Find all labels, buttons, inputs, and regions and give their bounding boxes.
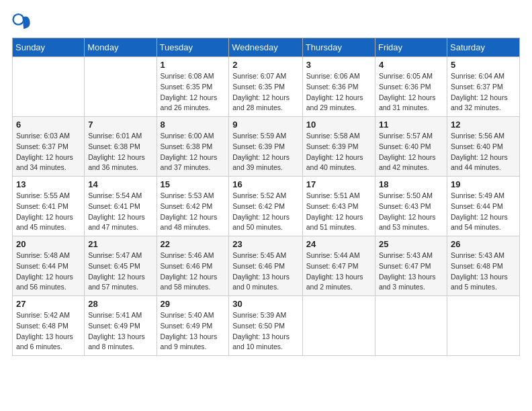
day-cell: 27Sunrise: 5:42 AMSunset: 6:48 PMDayligh… [13,296,85,356]
col-header-wednesday: Wednesday [229,38,303,57]
day-cell [302,296,375,356]
day-cell [13,57,85,117]
day-cell: 2Sunrise: 6:07 AMSunset: 6:35 PMDaylight… [229,57,303,117]
day-detail: Sunrise: 5:40 AMSunset: 6:49 PMDaylight:… [161,310,226,353]
day-number: 29 [161,299,226,309]
calendar-table: SundayMondayTuesdayWednesdayThursdayFrid… [12,38,520,356]
day-number: 19 [451,179,516,189]
day-cell [375,296,447,356]
day-cell: 3Sunrise: 6:06 AMSunset: 6:36 PMDaylight… [302,57,375,117]
day-cell: 6Sunrise: 6:03 AMSunset: 6:37 PMDaylight… [13,117,85,177]
day-cell: 25Sunrise: 5:43 AMSunset: 6:47 PMDayligh… [375,236,447,296]
day-detail: Sunrise: 5:58 AMSunset: 6:39 PMDaylight:… [306,131,371,173]
day-number: 9 [232,120,299,130]
day-detail: Sunrise: 5:57 AMSunset: 6:40 PMDaylight:… [379,131,443,173]
day-number: 11 [379,120,443,130]
day-number: 8 [161,120,226,130]
day-cell: 1Sunrise: 6:08 AMSunset: 6:35 PMDaylight… [157,57,229,117]
day-cell: 21Sunrise: 5:47 AMSunset: 6:45 PMDayligh… [85,236,157,296]
day-detail: Sunrise: 6:05 AMSunset: 6:36 PMDaylight:… [379,71,443,113]
day-detail: Sunrise: 6:01 AMSunset: 6:38 PMDaylight:… [88,131,152,173]
day-number: 5 [451,60,516,70]
day-detail: Sunrise: 5:55 AMSunset: 6:41 PMDaylight:… [16,191,81,233]
day-detail: Sunrise: 5:49 AMSunset: 6:44 PMDaylight:… [451,191,516,233]
day-cell: 12Sunrise: 5:56 AMSunset: 6:40 PMDayligh… [447,117,520,177]
header [12,12,520,31]
day-detail: Sunrise: 5:45 AMSunset: 6:46 PMDaylight:… [232,250,299,293]
day-number: 27 [16,299,81,309]
day-detail: Sunrise: 6:04 AMSunset: 6:37 PMDaylight:… [451,71,516,113]
day-number: 17 [306,179,371,189]
day-number: 25 [379,239,443,249]
day-detail: Sunrise: 6:06 AMSunset: 6:36 PMDaylight:… [306,71,371,113]
logo-icon [12,12,31,31]
day-number: 21 [88,239,152,249]
day-detail: Sunrise: 6:03 AMSunset: 6:37 PMDaylight:… [16,131,81,173]
day-cell: 16Sunrise: 5:52 AMSunset: 6:42 PMDayligh… [229,177,303,236]
day-cell: 18Sunrise: 5:50 AMSunset: 6:43 PMDayligh… [375,177,447,236]
day-cell: 15Sunrise: 5:53 AMSunset: 6:42 PMDayligh… [157,177,229,236]
day-number: 23 [232,239,299,249]
day-detail: Sunrise: 5:56 AMSunset: 6:40 PMDaylight:… [451,131,516,173]
day-detail: Sunrise: 5:59 AMSunset: 6:39 PMDaylight:… [232,131,299,173]
day-number: 4 [379,60,443,70]
day-cell: 11Sunrise: 5:57 AMSunset: 6:40 PMDayligh… [375,117,447,177]
day-number: 14 [88,179,152,189]
day-number: 30 [232,299,299,309]
day-cell: 9Sunrise: 5:59 AMSunset: 6:39 PMDaylight… [229,117,303,177]
col-header-saturday: Saturday [447,38,520,57]
page: SundayMondayTuesdayWednesdayThursdayFrid… [0,0,532,411]
day-detail: Sunrise: 5:50 AMSunset: 6:43 PMDaylight:… [379,191,443,233]
col-header-tuesday: Tuesday [157,38,229,57]
day-detail: Sunrise: 5:43 AMSunset: 6:48 PMDaylight:… [451,250,516,293]
day-number: 3 [306,60,371,70]
day-detail: Sunrise: 5:54 AMSunset: 6:41 PMDaylight:… [88,191,152,233]
header-row: SundayMondayTuesdayWednesdayThursdayFrid… [13,38,520,57]
day-cell: 28Sunrise: 5:41 AMSunset: 6:49 PMDayligh… [85,296,157,356]
day-detail: Sunrise: 5:43 AMSunset: 6:47 PMDaylight:… [379,250,443,293]
day-detail: Sunrise: 5:48 AMSunset: 6:44 PMDaylight:… [16,250,81,293]
day-number: 16 [232,179,299,189]
day-cell: 20Sunrise: 5:48 AMSunset: 6:44 PMDayligh… [13,236,85,296]
day-number: 1 [161,60,226,70]
day-detail: Sunrise: 5:51 AMSunset: 6:43 PMDaylight:… [306,191,371,233]
day-cell: 30Sunrise: 5:39 AMSunset: 6:50 PMDayligh… [229,296,303,356]
day-cell: 10Sunrise: 5:58 AMSunset: 6:39 PMDayligh… [302,117,375,177]
day-cell: 29Sunrise: 5:40 AMSunset: 6:49 PMDayligh… [157,296,229,356]
day-number: 13 [16,179,81,189]
day-cell: 5Sunrise: 6:04 AMSunset: 6:37 PMDaylight… [447,57,520,117]
day-detail: Sunrise: 5:46 AMSunset: 6:46 PMDaylight:… [161,250,226,293]
day-number: 6 [16,120,81,130]
day-detail: Sunrise: 5:39 AMSunset: 6:50 PMDaylight:… [232,310,299,353]
day-cell: 26Sunrise: 5:43 AMSunset: 6:48 PMDayligh… [447,236,520,296]
col-header-friday: Friday [375,38,447,57]
week-row: 27Sunrise: 5:42 AMSunset: 6:48 PMDayligh… [13,296,520,356]
day-detail: Sunrise: 5:52 AMSunset: 6:42 PMDaylight:… [232,191,299,233]
day-number: 7 [88,120,152,130]
day-detail: Sunrise: 5:41 AMSunset: 6:49 PMDaylight:… [88,310,152,353]
day-detail: Sunrise: 5:42 AMSunset: 6:48 PMDaylight:… [16,310,81,353]
day-detail: Sunrise: 5:44 AMSunset: 6:47 PMDaylight:… [306,250,371,293]
day-cell [447,296,520,356]
day-number: 18 [379,179,443,189]
day-cell: 7Sunrise: 6:01 AMSunset: 6:38 PMDaylight… [85,117,157,177]
col-header-thursday: Thursday [302,38,375,57]
day-detail: Sunrise: 6:08 AMSunset: 6:35 PMDaylight:… [161,71,226,113]
day-cell: 14Sunrise: 5:54 AMSunset: 6:41 PMDayligh… [85,177,157,236]
day-cell: 8Sunrise: 6:00 AMSunset: 6:38 PMDaylight… [157,117,229,177]
day-cell: 24Sunrise: 5:44 AMSunset: 6:47 PMDayligh… [302,236,375,296]
col-header-monday: Monday [85,38,157,57]
day-cell: 23Sunrise: 5:45 AMSunset: 6:46 PMDayligh… [229,236,303,296]
week-row: 1Sunrise: 6:08 AMSunset: 6:35 PMDaylight… [13,57,520,117]
day-number: 15 [161,179,226,189]
day-detail: Sunrise: 5:47 AMSunset: 6:45 PMDaylight:… [88,250,152,293]
day-number: 26 [451,239,516,249]
day-detail: Sunrise: 5:53 AMSunset: 6:42 PMDaylight:… [161,191,226,233]
day-number: 22 [161,239,226,249]
day-cell: 19Sunrise: 5:49 AMSunset: 6:44 PMDayligh… [447,177,520,236]
week-row: 13Sunrise: 5:55 AMSunset: 6:41 PMDayligh… [13,177,520,236]
day-number: 20 [16,239,81,249]
day-cell: 17Sunrise: 5:51 AMSunset: 6:43 PMDayligh… [302,177,375,236]
day-number: 10 [306,120,371,130]
day-cell: 13Sunrise: 5:55 AMSunset: 6:41 PMDayligh… [13,177,85,236]
